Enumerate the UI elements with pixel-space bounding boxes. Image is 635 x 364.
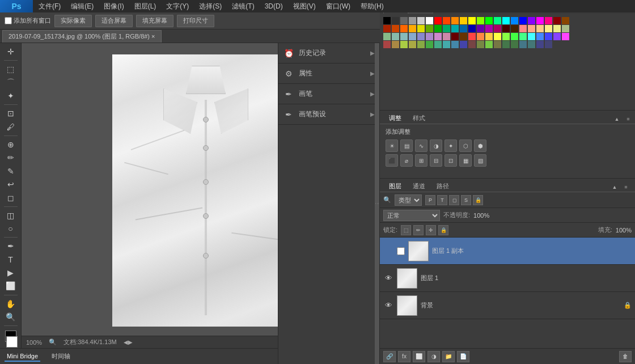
swatch[interactable] bbox=[511, 41, 518, 48]
swatch[interactable] bbox=[494, 33, 501, 40]
opacity-value[interactable]: 100% bbox=[473, 212, 496, 219]
timeline-tab[interactable]: 时间轴 bbox=[49, 351, 73, 362]
zoom-tool[interactable]: 🔍 bbox=[2, 311, 19, 323]
menu-filter[interactable]: 滤镜(T) bbox=[227, 1, 259, 12]
layer-visibility-toggle[interactable]: 👁 bbox=[383, 301, 393, 310]
swatch[interactable] bbox=[511, 33, 518, 40]
swatch[interactable] bbox=[528, 17, 535, 24]
swatch[interactable] bbox=[562, 17, 569, 24]
swatch[interactable] bbox=[434, 25, 442, 32]
delete-layer-btn[interactable]: 🗑 bbox=[619, 351, 632, 362]
threshold-adj[interactable]: ▧ bbox=[474, 154, 486, 167]
swatch[interactable] bbox=[451, 33, 459, 40]
text-tool[interactable]: T bbox=[2, 253, 19, 266]
swatch[interactable] bbox=[477, 25, 484, 32]
posterize-adj[interactable]: ▦ bbox=[459, 154, 472, 167]
layers-tab[interactable]: 图层 bbox=[383, 179, 407, 192]
swatch[interactable] bbox=[400, 25, 408, 32]
swatch[interactable] bbox=[460, 25, 467, 32]
foreground-background-colors[interactable] bbox=[1, 331, 21, 348]
clone-stamp-tool[interactable]: ✎ bbox=[2, 165, 19, 177]
swatch[interactable] bbox=[443, 33, 450, 40]
photo-filter-adj[interactable]: ⌀ bbox=[400, 154, 413, 167]
swatch[interactable] bbox=[400, 41, 408, 48]
swatch[interactable] bbox=[460, 33, 467, 40]
brush-tool[interactable]: ✏ bbox=[2, 151, 19, 164]
swatch[interactable] bbox=[409, 41, 416, 48]
lock-pixel-icon[interactable]: ⬚ bbox=[401, 225, 411, 235]
swatch[interactable] bbox=[494, 41, 501, 48]
swatch[interactable] bbox=[417, 41, 425, 48]
swatch[interactable] bbox=[502, 25, 510, 32]
menu-3d[interactable]: 3D(D) bbox=[260, 1, 287, 11]
bw-adj[interactable]: ⬛ bbox=[386, 154, 398, 167]
lasso-tool[interactable]: ⌒ bbox=[2, 77, 19, 89]
swatch[interactable] bbox=[434, 33, 442, 40]
swatch[interactable] bbox=[468, 33, 476, 40]
layer-style-btn[interactable]: fx bbox=[398, 351, 410, 362]
swatch[interactable] bbox=[451, 17, 459, 24]
layers-panel-menu[interactable]: ≡ bbox=[621, 183, 630, 192]
pen-tool[interactable]: ✒ bbox=[2, 240, 19, 252]
menu-select[interactable]: 选择(S) bbox=[194, 1, 226, 12]
swatch[interactable] bbox=[528, 25, 535, 32]
zoom-icon[interactable]: 🔍 bbox=[49, 338, 57, 346]
adj-panel-collapse[interactable]: ▲ bbox=[612, 115, 621, 124]
hand-tool[interactable]: ✋ bbox=[2, 298, 19, 310]
swatch[interactable] bbox=[562, 25, 569, 32]
properties-expand[interactable]: ▶ bbox=[370, 70, 375, 77]
layer-visibility-toggle[interactable]: 👁 bbox=[383, 274, 393, 282]
menu-view[interactable]: 视图(V) bbox=[289, 1, 320, 12]
mini-bridge-tab[interactable]: Mini Bridge bbox=[5, 352, 40, 362]
lock-all-icon[interactable]: 🔒 bbox=[438, 225, 448, 235]
document-tab[interactable]: 2019-07-09_151734.jpg @ 100% (图层 1, RGB/… bbox=[2, 30, 162, 43]
brush-presets-expand[interactable]: ▶ bbox=[370, 111, 375, 117]
swatch[interactable] bbox=[485, 17, 493, 24]
layer-checkbox[interactable] bbox=[397, 247, 405, 255]
swatch[interactable] bbox=[511, 25, 518, 32]
color-lookup-adj[interactable]: ⊟ bbox=[430, 154, 442, 167]
swatch[interactable] bbox=[392, 41, 399, 48]
swatch[interactable] bbox=[426, 17, 433, 24]
brush-expand[interactable]: ▶ bbox=[370, 91, 375, 97]
swatch[interactable] bbox=[417, 25, 425, 32]
history-brush-tool[interactable]: ↩ bbox=[2, 178, 19, 191]
menu-image[interactable]: 图像(I) bbox=[99, 1, 128, 12]
adjustment-layer-btn[interactable]: ◑ bbox=[427, 351, 440, 362]
filter-locked[interactable]: 🔒 bbox=[473, 195, 483, 205]
swatch[interactable] bbox=[494, 25, 501, 32]
swatch[interactable] bbox=[536, 17, 544, 24]
swatch[interactable] bbox=[443, 17, 450, 24]
layers-panel-collapse[interactable]: ▲ bbox=[610, 183, 619, 192]
fill-screen-button[interactable]: 填充屏幕 bbox=[136, 15, 173, 27]
spot-healing-tool[interactable]: ⊕ bbox=[2, 138, 19, 151]
exposure-adj[interactable]: ◑ bbox=[430, 139, 442, 152]
print-size-button[interactable]: 打印尺寸 bbox=[177, 15, 214, 27]
lock-position-icon[interactable]: ✛ bbox=[426, 225, 436, 235]
swatch[interactable] bbox=[400, 17, 408, 24]
swatch[interactable] bbox=[417, 17, 425, 24]
lock-paint-icon[interactable]: ✏ bbox=[413, 225, 424, 235]
link-layers-btn[interactable]: 🔗 bbox=[383, 351, 396, 362]
history-expand[interactable]: ▶ bbox=[370, 50, 375, 56]
filter-text[interactable]: T bbox=[437, 195, 447, 205]
magic-wand-tool[interactable]: ✦ bbox=[2, 90, 19, 102]
channels-tab[interactable]: 通道 bbox=[407, 179, 431, 192]
layer-type-filter[interactable]: 类型 bbox=[395, 194, 422, 206]
new-layer-btn[interactable]: 📄 bbox=[457, 351, 469, 362]
actual-pixels-button[interactable]: 实际像素 bbox=[54, 15, 92, 27]
dodge-tool[interactable]: ○ bbox=[2, 222, 19, 235]
swatch[interactable] bbox=[511, 17, 518, 24]
brush-presets-panel-item[interactable]: ✒ 画笔预设 ▶ bbox=[278, 104, 379, 125]
menu-help[interactable]: 帮助(H) bbox=[356, 1, 388, 12]
layer-item[interactable]: 👁 图层 1 bbox=[380, 265, 635, 292]
swatch[interactable] bbox=[502, 17, 510, 24]
swatch[interactable] bbox=[468, 41, 476, 48]
new-group-btn[interactable]: 📁 bbox=[442, 351, 455, 362]
swatch[interactable] bbox=[383, 33, 391, 40]
swatch[interactable] bbox=[468, 17, 476, 24]
swatch[interactable] bbox=[400, 33, 408, 40]
swatch[interactable] bbox=[519, 33, 527, 40]
gradient-tool[interactable]: ◫ bbox=[2, 209, 19, 222]
panel-resize-handle[interactable]: ⋮ bbox=[375, 43, 379, 364]
